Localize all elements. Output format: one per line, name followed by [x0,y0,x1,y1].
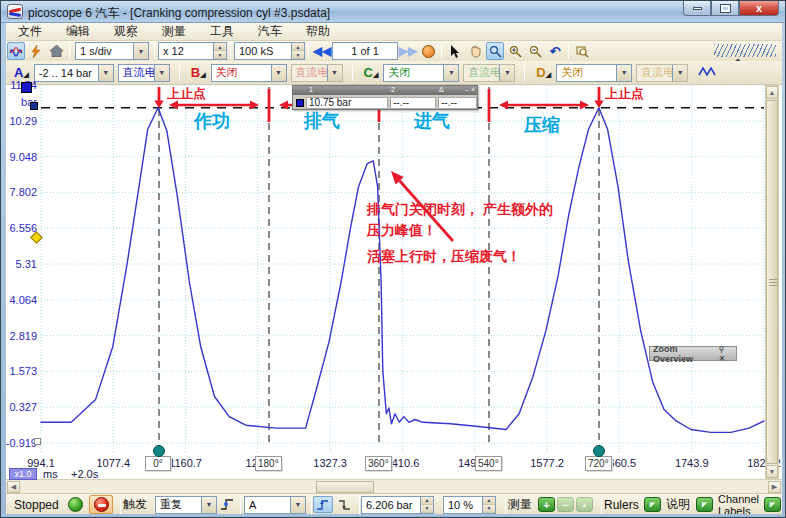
horizontal-scrollbar[interactable]: ◀ ▶ [6,479,782,493]
capture-state: Stopped [14,494,59,515]
ruler-legend-panel[interactable]: 1 2 Δ – × 10.75 bar --.-- --.-- [292,85,478,110]
notes-toggle-button[interactable]: ◤ [696,494,713,515]
chevron-down-icon: ▼ [271,65,286,81]
ruler-value-2: --.-- [390,97,436,109]
channel-labels-toggle-button[interactable]: ◤ [764,494,781,515]
channel-B-label[interactable]: B◢ [191,65,206,80]
crank-marker-circle[interactable] [593,445,605,457]
zoom-in-tool-button[interactable] [506,42,524,60]
degree-badge-540°[interactable]: 540° [475,456,502,471]
y-axis-tick-label: 0.327 [3,401,37,413]
trigger-level-spinner[interactable]: ▲▼ [421,496,434,514]
scroll-up-icon[interactable]: ▲ [766,86,778,99]
zoom-overview-panel[interactable]: Zoom Overview ⚲ ✕ [649,346,737,361]
horizontal-scroll-thumb[interactable] [316,481,374,493]
scroll-left-icon[interactable]: ◀ [7,481,20,493]
vertical-scroll-thumb[interactable] [766,100,778,464]
channel-toolbar: A◢-2 .. 14 bar▼直流电▼B◢关闭▼直流电▼C◢关闭▼直流电▼D◢关… [6,61,782,85]
remove-measurement-button[interactable]: − [557,494,574,515]
maximize-button[interactable] [711,1,739,16]
channel-C-coupling-select: 直流电▼ [463,64,515,82]
start-button[interactable] [68,494,83,515]
menu-item-0[interactable]: 文件 [6,23,54,40]
channel-options-button[interactable] [698,64,716,81]
channel-D-label[interactable]: D◢ [536,65,551,80]
menu-item-2[interactable]: 观察 [102,23,150,40]
channel-B-range-select[interactable]: 关闭▼ [211,64,287,82]
pin-icon[interactable]: ⚲ ✕ [719,345,733,363]
menu-item-5[interactable]: 汽车 [246,23,294,40]
next-buffer-button[interactable]: ▶▶ [399,42,417,60]
hand-tool-button[interactable] [466,42,484,60]
channel-A-label[interactable]: A◢ [14,65,29,80]
pretrigger-spinner[interactable]: ▲▼ [483,496,496,514]
crank-marker-circle[interactable] [153,445,165,457]
stop-button[interactable] [89,494,113,515]
scope-view-button[interactable] [7,42,25,60]
trigger-source-select[interactable]: A▼ [242,494,308,515]
zoom-factor-spinner[interactable]: ▲▼ [214,42,227,60]
scroll-right-icon[interactable]: ▶ [768,481,781,493]
undo-zoom-button[interactable]: ↶ [546,42,564,60]
channel-a-color-swatch [296,99,304,107]
rising-edge-button[interactable] [313,494,333,515]
channel-a-axis-marker[interactable] [21,82,32,93]
channel-C-range-select[interactable]: 关闭▼ [383,64,459,82]
picoscope-window: picoscope 6 汽车 - [Cranking compression c… [0,0,786,518]
channel-A-coupling-select[interactable]: 直流电▼ [118,64,170,82]
window-frame-left [1,23,6,514]
menu-item-6[interactable]: 帮助 [294,23,342,40]
stroke-label-3: 压缩 [524,113,560,137]
channel-D-range-select[interactable]: 关闭▼ [556,64,632,82]
buffer-navigator-button[interactable] [419,42,437,60]
pretrigger-field[interactable]: 10 %▲▼ [443,494,496,515]
zoom-factor-field[interactable]: x 12 [158,42,214,60]
ruler-handle-unused[interactable] [34,438,41,445]
falling-edge-button[interactable] [335,494,355,515]
trigger-level-field[interactable]: 6.206 bar▲▼ [361,494,434,515]
menu-item-3[interactable]: 测量 [150,23,198,40]
menu-item-4[interactable]: 工具 [198,23,246,40]
rulers-label: Rulers [604,494,639,515]
timebase-select[interactable]: 1 s/div▼ [75,42,149,60]
chevron-down-icon[interactable]: ▼ [133,43,148,59]
edit-measurement-button[interactable]: ▲ [576,494,593,515]
zoom-window-tool-button[interactable] [486,42,504,60]
channel-group-D: D◢关闭▼直流电▼ [528,64,694,82]
start-icon [68,497,83,512]
home-button[interactable] [47,42,65,60]
degree-badge-180°[interactable]: 180° [255,456,282,471]
scroll-down-icon[interactable]: ▼ [766,465,778,478]
ruler-handle[interactable] [30,102,38,110]
zoom-out-tool-button[interactable] [526,42,544,60]
buffer-index-field[interactable]: 1 of 1 [332,42,398,60]
chevron-down-icon[interactable]: ▼ [201,497,216,513]
cursor-icon [450,45,460,58]
add-measurement-button[interactable]: + [538,494,555,515]
pointer-tool-button[interactable] [446,42,464,60]
channel-C-label[interactable]: C◢ [364,65,379,80]
trigger-marker-button[interactable] [220,494,235,515]
samples-field[interactable]: 100 kS [234,42,292,60]
degree-badge-0°[interactable]: 0° [145,456,171,471]
ruler-value-1: 10.75 bar [306,97,388,109]
rulers-toggle-button[interactable]: ◤ [644,494,661,515]
samples-spinner[interactable]: ▲▼ [292,42,305,60]
degree-badge-360°[interactable]: 360° [365,456,392,471]
menu-bar: 文件编辑观察测量工具汽车帮助 [6,23,782,41]
stroke-label-0: 作功 [194,109,230,133]
measurements-label: 测量 [508,494,532,515]
channel-A-range-select[interactable]: -2 .. 14 bar▼ [34,64,114,82]
menu-item-1[interactable]: 编辑 [54,23,102,40]
prev-buffer-button[interactable]: ◀◀ [313,42,331,60]
vertical-scrollbar[interactable]: ▲ ▼ [765,85,779,479]
trigger-mode-select[interactable]: 重复▼ [153,494,219,515]
chevron-down-icon[interactable]: ▼ [290,497,305,513]
close-button[interactable]: x [739,1,779,16]
ruler-panel-buttons[interactable]: – × [465,86,475,93]
chevron-down-icon: ▼ [443,65,458,81]
zoom-full-button[interactable] [573,42,591,60]
degree-badge-720°[interactable]: 720° [585,456,612,471]
minimize-button[interactable] [683,1,711,16]
autosetup-button[interactable] [27,42,45,60]
